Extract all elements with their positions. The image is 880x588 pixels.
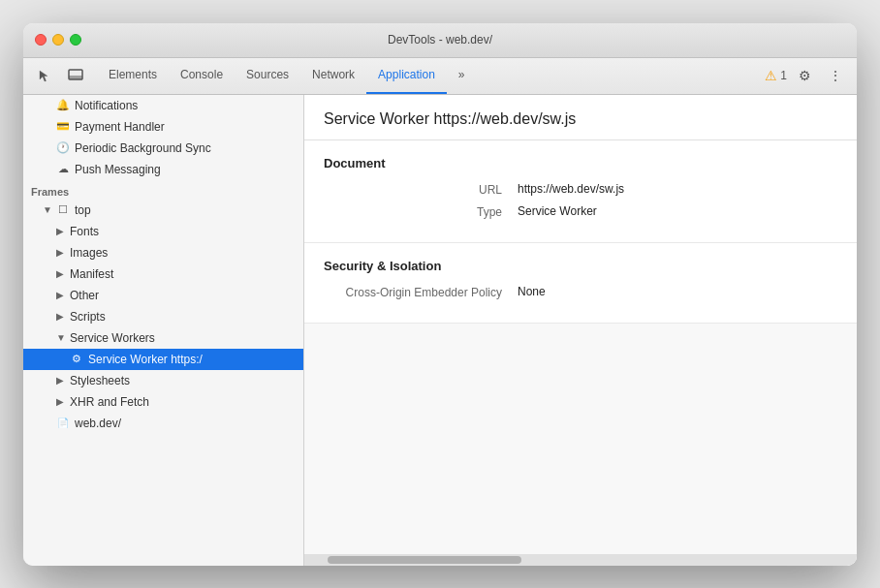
cloud-icon: ☁ (56, 163, 70, 175)
sidebar-item-label: Other (70, 289, 99, 302)
sidebar-item-label: XHR and Fetch (70, 395, 149, 409)
content-spacer (304, 324, 857, 554)
sidebar-item-label: Scripts (70, 310, 106, 324)
warning-button[interactable]: ⚠ 1 (765, 68, 787, 83)
tab-console[interactable]: Console (169, 58, 235, 94)
frames-header: Frames (23, 180, 303, 200)
sidebar-item-label: Periodic Background Sync (75, 141, 211, 155)
expand-arrow-icon: ▼ (56, 332, 68, 343)
window-title: DevTools - web.dev/ (388, 33, 492, 46)
url-label: URL (324, 182, 518, 197)
sidebar-item-label: Notifications (75, 99, 138, 112)
document-section-title: Document (324, 156, 837, 170)
coep-field-row: Cross-Origin Embedder Policy None (324, 285, 837, 299)
dock-icon[interactable] (62, 63, 89, 88)
url-value: https://web.dev/sw.js (518, 182, 624, 196)
sidebar-item-label: Manifest (70, 267, 113, 281)
sidebar-item-label: web.dev/ (75, 417, 121, 430)
security-section: Security & Isolation Cross-Origin Embedd… (304, 243, 857, 324)
scrollbar-thumb[interactable] (328, 556, 521, 564)
sidebar-item-webdev[interactable]: 📄 web.dev/ (23, 413, 303, 434)
expand-arrow-icon: ▼ (43, 204, 54, 215)
cursor-icon[interactable] (31, 63, 58, 88)
sidebar-item-stylesheets[interactable]: ▶ Stylesheets (23, 370, 303, 391)
tab-more[interactable]: » (447, 58, 477, 94)
sidebar-item-label: Service Worker https:/ (88, 353, 203, 366)
titlebar: DevTools - web.dev/ (23, 23, 857, 58)
sidebar-item-top[interactable]: ▼ ☐ top (23, 200, 303, 221)
sidebar-item-label: Stylesheets (70, 374, 130, 387)
settings-button[interactable]: ⚙ (791, 63, 818, 88)
traffic-lights (35, 34, 81, 46)
sidebar-item-other[interactable]: ▶ Other (23, 285, 303, 306)
minimize-button[interactable] (52, 34, 64, 46)
content-title: Service Worker https://web.dev/sw.js (324, 110, 576, 127)
toolbar: Elements Console Sources Network Applica… (23, 58, 857, 95)
sidebar-item-images[interactable]: ▶ Images (23, 242, 303, 263)
expand-arrow-icon: ▶ (56, 396, 68, 407)
maximize-button[interactable] (70, 34, 81, 46)
expand-arrow-icon: ▶ (56, 311, 68, 322)
content-header: Service Worker https://web.dev/sw.js (304, 95, 857, 140)
bell-icon: 🔔 (56, 99, 70, 111)
toolbar-right: ⚠ 1 ⚙ ⋮ (765, 63, 849, 88)
sidebar-item-push-messaging[interactable]: ☁ Push Messaging (23, 159, 303, 180)
sidebar-item-periodic-bg-sync[interactable]: 🕐 Periodic Background Sync (23, 138, 303, 159)
security-section-title: Security & Isolation (324, 259, 837, 273)
tab-bar: Elements Console Sources Network Applica… (97, 58, 765, 94)
toolbar-left-icons (31, 63, 89, 88)
sidebar-item-xhr-fetch[interactable]: ▶ XHR and Fetch (23, 391, 303, 413)
expand-arrow-icon: ▶ (56, 226, 68, 236)
payment-icon: 💳 (56, 120, 70, 133)
type-field-row: Type Service Worker (324, 204, 837, 219)
expand-arrow-icon: ▶ (56, 375, 68, 386)
type-label: Type (324, 204, 518, 219)
warning-count: 1 (780, 69, 787, 82)
sidebar-item-label: Payment Handler (75, 120, 165, 134)
close-button[interactable] (35, 34, 47, 46)
sidebar-item-sw-item[interactable]: ⚙ Service Worker https:/ (23, 349, 303, 370)
sidebar-item-manifest[interactable]: ▶ Manifest (23, 263, 303, 285)
expand-arrow-icon: ▶ (56, 290, 68, 300)
sidebar-item-fonts[interactable]: ▶ Fonts (23, 221, 303, 242)
gear-icon: ⚙ (70, 353, 83, 365)
sidebar-item-label: Service Workers (70, 331, 155, 345)
sidebar-item-scripts[interactable]: ▶ Scripts (23, 306, 303, 327)
sidebar-item-label: Push Messaging (75, 163, 161, 176)
url-field-row: URL https://web.dev/sw.js (324, 182, 837, 197)
expand-arrow-icon: ▶ (56, 268, 68, 279)
sidebar-item-notifications[interactable]: 🔔 Notifications (23, 95, 303, 116)
coep-value: None (518, 285, 546, 298)
menu-button[interactable]: ⋮ (822, 63, 849, 88)
sidebar-item-payment-handler[interactable]: 💳 Payment Handler (23, 116, 303, 138)
main-area: 🔔 Notifications 💳 Payment Handler 🕐 Peri… (23, 95, 857, 566)
clock-icon: 🕐 (56, 141, 70, 154)
document-section: Document URL https://web.dev/sw.js Type … (304, 140, 857, 243)
tab-application[interactable]: Application (366, 58, 447, 94)
horizontal-scrollbar[interactable] (304, 554, 857, 566)
file-icon: 📄 (56, 418, 70, 428)
tab-sources[interactable]: Sources (235, 58, 300, 94)
sidebar-item-service-workers-group[interactable]: ▼ Service Workers (23, 327, 303, 349)
coep-label: Cross-Origin Embedder Policy (324, 285, 518, 299)
devtools-window: DevTools - web.dev/ Elements Console (23, 23, 857, 566)
tab-network[interactable]: Network (300, 58, 366, 94)
frame-icon: ☐ (56, 203, 70, 216)
sidebar-item-label: Fonts (70, 225, 99, 238)
sidebar-item-label: Images (70, 246, 108, 260)
sidebar-item-label: top (75, 203, 91, 217)
type-value: Service Worker (518, 204, 597, 218)
tab-elements[interactable]: Elements (97, 58, 169, 94)
svg-rect-1 (69, 76, 82, 79)
expand-arrow-icon: ▶ (56, 247, 68, 258)
sidebar: 🔔 Notifications 💳 Payment Handler 🕐 Peri… (23, 95, 304, 566)
content-pane: Service Worker https://web.dev/sw.js Doc… (304, 95, 857, 566)
warning-icon: ⚠ (765, 68, 777, 83)
